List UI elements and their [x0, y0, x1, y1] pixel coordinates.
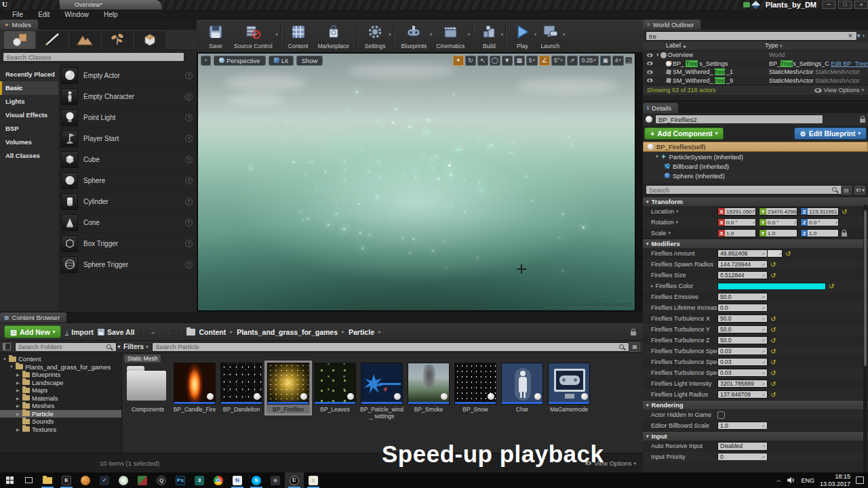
class-item-box-trigger[interactable]: Box Trigger? — [58, 233, 197, 254]
property-label[interactable]: Fireflies Lifetime Increase — [651, 304, 717, 311]
outliner-row-3[interactable]: SM_Withered_tree_9StaticMeshActor Static… — [643, 77, 868, 85]
category-bsp[interactable]: BSP — [0, 122, 58, 136]
breadcrumb-plants-and-grass-for-games[interactable]: Plants_and_grass_for_games — [237, 328, 338, 336]
volume-icon[interactable] — [787, 476, 795, 484]
toolbar-source-control[interactable]: Source Control▾ — [229, 21, 277, 51]
minimize-button[interactable]: ─ — [822, 1, 835, 9]
level-tab[interactable]: Overview* — [59, 0, 162, 9]
details-search-input[interactable] — [646, 185, 842, 195]
class-item-cube[interactable]: Cube? — [58, 149, 197, 170]
component-sphere-inherited[interactable]: Sphere (Inherited) — [643, 171, 868, 180]
taskbar-orange-ball-app-icon[interactable] — [76, 472, 95, 488]
value-field-fireflies-amount[interactable]: 49.862408↗ — [717, 249, 768, 258]
edit-blueprint-link[interactable]: Edit BP_Trees_Setting — [831, 60, 868, 67]
folder-maps[interactable]: ▶Maps — [0, 386, 121, 394]
toolbar-play[interactable]: Play▾ — [509, 21, 536, 51]
value-field-fireflies-spawn-radius[interactable]: 144.726944↗ — [717, 260, 768, 268]
clear-search-icon[interactable]: ✕ — [848, 33, 853, 39]
breadcrumb-content[interactable]: Content — [199, 328, 226, 336]
outliner-row-1[interactable]: BP_Trees_SettingsBP_Trees_Settings_C Edi… — [643, 60, 868, 68]
category-lights[interactable]: Lights — [0, 95, 58, 108]
asset-bp-paticle-wind-settings[interactable]: BP_Paticle_wind_ settings — [360, 363, 403, 420]
reset-to-default-icon[interactable]: ↺ — [770, 391, 776, 399]
property-label[interactable]: Fireflies Spawn Radius — [651, 261, 717, 268]
save-all-button[interactable]: Save All — [98, 328, 134, 336]
asset-char[interactable]: Char — [500, 363, 544, 413]
reset-to-default-icon[interactable]: ↺ — [770, 337, 776, 344]
breadcrumb-particle[interactable]: Particle — [349, 328, 374, 336]
scale-tool-icon[interactable]: ↖ — [477, 56, 488, 66]
component-bp-fireflies-self[interactable]: BP_Fireflies(self) — [643, 142, 868, 152]
menu-help[interactable]: Help — [97, 11, 125, 18]
transform-rotation-x-field[interactable]: X0.0 °↗ — [717, 218, 756, 226]
taskbar-clock[interactable]: 18:15 13.03.2017 — [820, 473, 850, 487]
reset-to-default-icon[interactable]: ↺ — [770, 380, 776, 388]
close-button[interactable]: × — [854, 1, 868, 9]
toolbar-marketplace[interactable]: Marketplace — [313, 21, 353, 51]
class-item-point-light[interactable]: Point Light? — [58, 107, 197, 128]
property-label[interactable]: Fireflies Turbulence Y — [651, 326, 717, 333]
value-field-fireflies-turbulence-speed-y[interactable]: 0.03↗ — [717, 358, 768, 366]
class-item-cone[interactable]: Cone? — [58, 212, 197, 233]
reset-to-default-icon[interactable]: ↺ — [770, 272, 776, 279]
world-coordinate-icon[interactable]: ◯ — [490, 56, 500, 66]
transform-scale-y-field[interactable]: Y1.0 — [759, 229, 797, 237]
show-button[interactable]: Show — [296, 56, 323, 66]
transform-location-y-field[interactable]: Y23470.429688↗ — [759, 207, 797, 216]
color-swatch-fireflies-color[interactable] — [717, 283, 826, 290]
taskbar-chrome-icon[interactable] — [209, 472, 228, 488]
property-label[interactable]: Fireflies Light Intensity — [651, 380, 717, 387]
select-auto-receive-input[interactable]: Disabled▾ — [717, 442, 768, 451]
dropdown-arrow-icon[interactable]: ▾ — [389, 32, 391, 37]
reset-to-default-icon[interactable]: ↺ — [770, 315, 776, 323]
value-field-fireflies-light-intensity[interactable]: 3201.785889↗ — [717, 380, 768, 388]
lock-icon[interactable] — [860, 119, 865, 123]
maximize-viewport-icon[interactable]: ❑ — [625, 57, 632, 64]
add-new-button[interactable]: ▤Add New▾ — [4, 325, 61, 338]
property-label[interactable]: Fireflies Turbulence Speed Z — [651, 369, 717, 376]
taskbar-explorer-icon[interactable] — [38, 472, 57, 488]
property-label[interactable]: Auto Receive Input — [651, 443, 717, 449]
class-item-cylinder[interactable]: Cylinder? — [58, 191, 197, 212]
menu-edit[interactable]: Edit — [31, 11, 56, 18]
folder-blueprints[interactable]: ▶Blueprints — [0, 371, 121, 379]
taskbar-dark-app-icon[interactable]: ◆ — [266, 472, 285, 488]
angle-snap-icon[interactable]: ∠ — [539, 56, 550, 66]
reset-to-default-icon[interactable]: ↺ — [785, 250, 791, 258]
folder-content[interactable]: ▼Content — [0, 355, 121, 363]
section-header-modifiers[interactable]: ▾Modifiers — [643, 239, 868, 248]
property-label[interactable]: Scale▾ — [651, 230, 717, 237]
asset-view[interactable]: Static Mesh ComponentsBP_Candle_FireBP_D… — [122, 353, 643, 453]
outliner-search-input[interactable] — [646, 31, 857, 41]
action-center-icon[interactable] — [856, 476, 864, 484]
component-billboard-inherited[interactable]: Billboard (Inherited) — [643, 161, 868, 171]
property-label[interactable]: Location▾ — [651, 208, 717, 215]
maximize-button[interactable]: □ — [838, 1, 852, 9]
view-mode-button[interactable]: Lit — [269, 56, 294, 66]
taskbar-check-app-icon[interactable]: ✓ — [95, 472, 114, 488]
expand-arrow-icon[interactable]: ▾ — [656, 154, 658, 159]
folder-sounds[interactable]: Sounds — [0, 418, 121, 426]
lock-icon[interactable] — [631, 331, 636, 336]
camera-speed-icon[interactable]: ▣ — [600, 56, 611, 66]
value-field-input-priority[interactable]: 0↗ — [717, 453, 768, 461]
translate-tool-icon[interactable]: + — [453, 56, 464, 66]
checkbox-actor-hidden-in-game[interactable] — [717, 411, 725, 419]
value-field-fireflies-size[interactable]: 0.512844↗ — [717, 271, 768, 279]
class-item-sphere-trigger[interactable]: Sphere Trigger? — [58, 254, 197, 275]
value-field-fireflies-light-radius[interactable]: 137.848709↗ — [717, 390, 768, 399]
property-label[interactable]: ▸Fireflies Color — [651, 283, 717, 289]
scale-lock-icon[interactable] — [842, 232, 847, 237]
value-field-fireflies-emissive[interactable]: 50.0↗ — [717, 293, 768, 301]
back-button[interactable]: ← — [149, 327, 159, 337]
level-viewport[interactable]: ▾ Perspective Lit Show + ↻ ↖ ◯ ▼ ▦ 5▾ ∠ … — [197, 53, 635, 311]
sources-panel-toggle-icon[interactable] — [3, 343, 11, 350]
property-label[interactable]: Fireflies Turbulence Z — [651, 337, 717, 344]
property-label[interactable]: Input Priority — [651, 453, 717, 460]
outliner-filter-icon[interactable]: ▼+ — [856, 33, 865, 39]
visibility-eye-icon[interactable] — [644, 62, 655, 66]
toolbar-launch[interactable]: Launch▾ — [536, 21, 564, 51]
filter-chip-static-mesh[interactable]: Static Mesh — [123, 354, 161, 363]
section-header-rendering[interactable]: ▾Rendering — [643, 400, 868, 409]
value-field-fireflies-turbulence-speed-z[interactable]: 0.03↗ — [717, 369, 768, 377]
